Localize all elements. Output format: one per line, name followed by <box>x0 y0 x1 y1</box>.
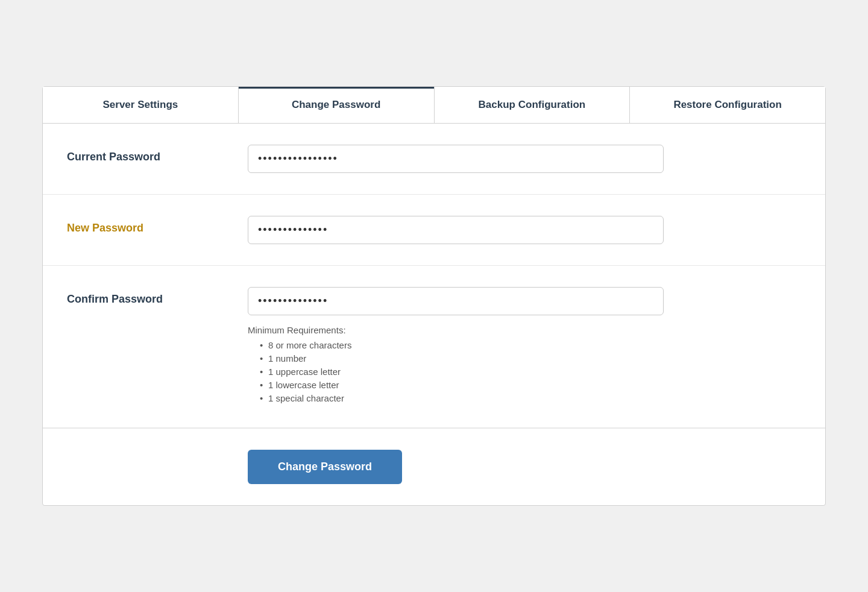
new-password-content <box>248 216 801 244</box>
tab-bar: Server Settings Change Password Backup C… <box>43 87 825 124</box>
requirements-block: Minimum Requirements: 8 or more characte… <box>248 325 801 403</box>
main-container: Server Settings Change Password Backup C… <box>42 86 826 506</box>
requirements-list: 8 or more characters 1 number 1 uppercas… <box>248 340 801 403</box>
requirement-item: 8 or more characters <box>260 340 801 350</box>
confirm-password-input[interactable] <box>248 287 664 315</box>
current-password-label: Current Password <box>67 145 248 163</box>
requirement-item: 1 special character <box>260 393 801 403</box>
confirm-password-row: Confirm Password Minimum Requirements: 8… <box>43 266 825 428</box>
requirement-item: 1 number <box>260 353 801 364</box>
new-password-row: New Password <box>43 195 825 266</box>
current-password-content <box>248 145 801 173</box>
requirement-item: 1 uppercase letter <box>260 367 801 377</box>
tab-backup-configuration[interactable]: Backup Configuration <box>435 87 631 123</box>
confirm-password-content: Minimum Requirements: 8 or more characte… <box>248 287 801 406</box>
requirements-title: Minimum Requirements: <box>248 325 801 335</box>
new-password-input[interactable] <box>248 216 664 244</box>
button-row: Change Password <box>43 428 825 505</box>
change-password-button[interactable]: Change Password <box>248 450 402 484</box>
requirement-item: 1 lowercase letter <box>260 380 801 390</box>
current-password-input[interactable] <box>248 145 664 173</box>
tab-server-settings[interactable]: Server Settings <box>43 87 239 123</box>
tab-change-password[interactable]: Change Password <box>239 87 435 123</box>
tab-restore-configuration[interactable]: Restore Configuration <box>630 87 825 123</box>
current-password-row: Current Password <box>43 124 825 195</box>
new-password-label: New Password <box>67 216 248 235</box>
confirm-password-label: Confirm Password <box>67 287 248 306</box>
